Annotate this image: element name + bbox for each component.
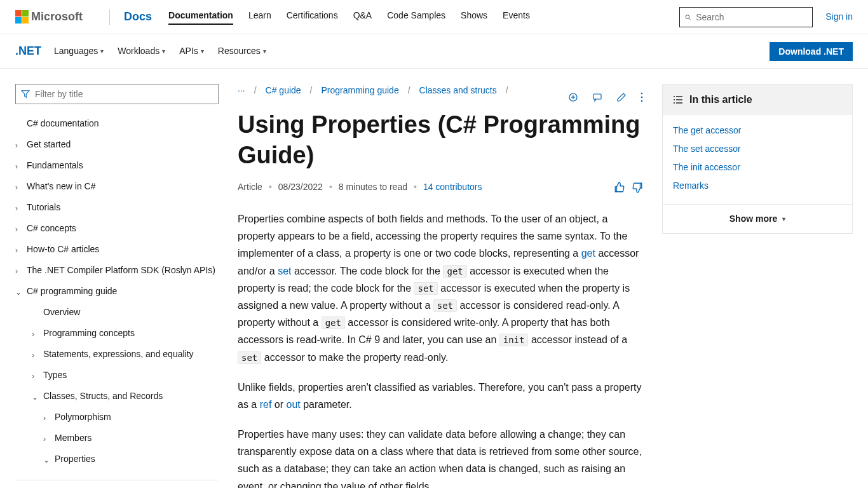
product-title[interactable]: .NET <box>15 43 41 60</box>
tree-item[interactable]: ⌄Properties <box>15 449 219 470</box>
article-date: 08/23/2022 <box>278 180 323 194</box>
tree-item[interactable]: ⌄C# programming guide <box>15 281 219 302</box>
product-header: .NET Languages▾ Workloads▾ APIs▾ Resourc… <box>0 34 868 69</box>
chevron-right-icon: › <box>43 412 51 424</box>
tree-item[interactable]: ›How-to C# articles <box>15 239 219 260</box>
ref-keyword-link[interactable]: ref <box>260 399 272 410</box>
article-meta: Article • 08/23/2022 • 8 minutes to read… <box>238 180 643 194</box>
toc-link-remarks[interactable]: Remarks <box>673 180 709 191</box>
tree-item[interactable]: ›Programming concepts <box>15 323 219 344</box>
page-layout: C# documentation ›Get started ›Fundament… <box>0 69 868 488</box>
chevron-down-icon: ▾ <box>162 46 165 56</box>
article-paragraph: Unlike fields, properties aren't classif… <box>238 379 643 413</box>
thumbs-up-icon[interactable] <box>614 182 625 193</box>
in-this-article-box: In this article The get accessor The set… <box>662 84 853 234</box>
download-net-button[interactable]: Download .NET <box>770 42 853 61</box>
right-rail: In this article The get accessor The set… <box>662 84 853 488</box>
chevron-right-icon: › <box>32 370 39 382</box>
toc-link-get-accessor[interactable]: The get accessor <box>673 125 741 135</box>
tree-item[interactable]: ›Polymorphism <box>15 407 219 428</box>
tree-item[interactable]: ›Statements, expressions, and equality <box>15 344 219 365</box>
svg-point-8 <box>641 96 643 98</box>
sign-in-link[interactable]: Sign in <box>825 10 853 24</box>
breadcrumb-row: ··· / C# guide / Programming guide / Cla… <box>238 84 643 110</box>
sidebar-filter[interactable] <box>15 84 219 104</box>
sidebar: C# documentation ›Get started ›Fundament… <box>15 84 219 488</box>
ms-logo-icon <box>15 10 29 24</box>
tree-item[interactable]: ⌄Classes, Structs, and Records <box>15 386 219 407</box>
breadcrumb-more[interactable]: ··· <box>238 84 245 97</box>
chevron-right-icon: › <box>32 349 39 361</box>
nav-learn[interactable]: Learn <box>248 9 271 25</box>
tree-item[interactable]: C# documentation <box>15 113 219 134</box>
tree-item[interactable]: ›Members <box>15 428 219 449</box>
get-keyword-link[interactable]: get <box>581 248 595 259</box>
article-actions <box>568 92 643 102</box>
tree-item[interactable]: ›The .NET Compiler Platform SDK (Roslyn … <box>15 260 219 281</box>
svg-point-0 <box>686 15 689 18</box>
chevron-down-icon: ▾ <box>263 46 266 56</box>
breadcrumb-classes-structs[interactable]: Classes and structs <box>419 84 497 97</box>
article-main: ··· / C# guide / Programming guide / Cla… <box>238 84 643 488</box>
breadcrumb-separator: / <box>310 84 313 97</box>
breadcrumb-programming-guide[interactable]: Programming guide <box>322 84 399 97</box>
chevron-right-icon: › <box>15 161 23 172</box>
nav-events[interactable]: Events <box>503 9 530 25</box>
article-paragraph: Properties combine aspects of both field… <box>238 210 643 366</box>
nav-certifications[interactable]: Certifications <box>287 9 338 25</box>
chevron-down-icon: ▾ <box>100 46 104 56</box>
chevron-right-icon: › <box>15 245 23 256</box>
more-icon[interactable] <box>641 92 643 102</box>
thumbs-down-icon[interactable] <box>632 182 643 193</box>
toc-link-set-accessor[interactable]: The set accessor <box>673 144 741 154</box>
edit-icon[interactable] <box>616 92 627 102</box>
nav-apis[interactable]: APIs▾ <box>179 44 204 58</box>
nav-code-samples[interactable]: Code Samples <box>387 9 445 25</box>
filter-input[interactable] <box>35 89 213 99</box>
docs-title[interactable]: Docs <box>124 8 152 25</box>
global-search[interactable] <box>679 7 813 27</box>
toc-link-init-accessor[interactable]: The init accessor <box>673 162 740 172</box>
tree-item[interactable]: ›What's new in C# <box>15 176 219 197</box>
nav-qa[interactable]: Q&A <box>353 9 372 25</box>
breadcrumb-csharp-guide[interactable]: C# guide <box>266 84 301 97</box>
download-pdf-button[interactable]: Download PDF <box>15 480 219 488</box>
code-init: init <box>499 334 529 346</box>
tree-item[interactable]: ›Tutorials <box>15 197 219 218</box>
page-title: Using Properties (C# Programming Guide) <box>238 110 643 170</box>
chevron-right-icon: › <box>43 433 51 445</box>
nav-shows[interactable]: Shows <box>461 9 487 25</box>
product-nav: Languages▾ Workloads▾ APIs▾ Resources▾ <box>54 44 266 58</box>
code-set: set <box>238 351 261 364</box>
list-icon <box>673 95 683 104</box>
svg-marker-2 <box>22 91 29 98</box>
contributors-link[interactable]: 14 contributors <box>423 180 482 194</box>
breadcrumb-separator: / <box>506 84 508 97</box>
top-nav: Documentation Learn Certifications Q&A C… <box>168 9 530 25</box>
nav-resources[interactable]: Resources▾ <box>218 44 266 58</box>
toc-show-more-button[interactable]: Show more ▾ <box>663 204 852 233</box>
nav-languages[interactable]: Languages▾ <box>54 44 104 58</box>
tree-item[interactable]: ›Fundamentals <box>15 155 219 176</box>
out-keyword-link[interactable]: out <box>286 399 300 410</box>
microsoft-logo[interactable]: Microsoft <box>15 8 83 25</box>
chevron-down-icon: ⌄ <box>15 287 23 298</box>
chevron-right-icon: › <box>15 224 23 235</box>
code-get: get <box>322 316 345 329</box>
tree-item[interactable]: Overview <box>15 302 219 323</box>
tree-item[interactable]: ›Types <box>15 365 219 386</box>
breadcrumb-separator: / <box>408 84 410 97</box>
filter-icon <box>21 90 30 98</box>
search-input[interactable] <box>696 12 807 22</box>
tree-item[interactable]: ›C# concepts <box>15 218 219 239</box>
nav-workloads[interactable]: Workloads▾ <box>118 44 165 58</box>
feedback-icon[interactable] <box>592 92 602 102</box>
add-collection-icon[interactable] <box>568 92 578 102</box>
svg-line-1 <box>689 18 690 19</box>
set-keyword-link[interactable]: set <box>278 266 291 276</box>
chevron-right-icon: › <box>32 329 39 340</box>
tree-item[interactable]: ›Get started <box>15 134 219 155</box>
nav-documentation[interactable]: Documentation <box>168 9 233 25</box>
breadcrumb: ··· / C# guide / Programming guide / Cla… <box>238 84 508 97</box>
chevron-down-icon: ⌄ <box>32 391 39 403</box>
